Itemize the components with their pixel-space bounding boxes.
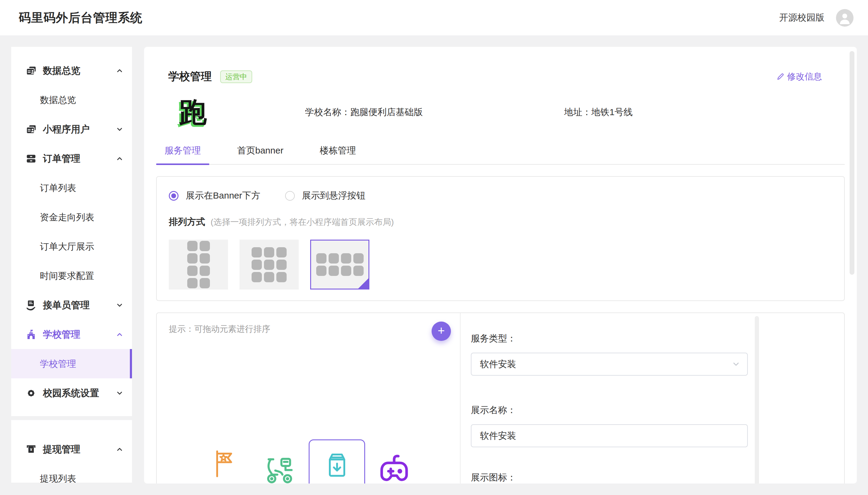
selected-service-frame[interactable] [309, 439, 365, 483]
sidebar-item-miniprogram-users[interactable]: 小程序用户 [11, 115, 132, 144]
chevron-down-icon [116, 125, 124, 133]
person-icon [837, 11, 852, 25]
gear-icon [26, 388, 37, 398]
radio-banner-below[interactable] [169, 191, 178, 201]
sidebar-subitem-funds-flow[interactable]: 资金走向列表 [11, 203, 132, 232]
radio-floating-button-label[interactable]: 展示到悬浮按钮 [302, 189, 366, 202]
display-icon-label: 展示图标： [471, 472, 844, 483]
status-badge: 运营中 [220, 70, 252, 83]
sidebar-spacer [11, 420, 132, 434]
display-name-label: 展示名称： [471, 404, 844, 416]
radio-floating-button[interactable] [285, 191, 295, 201]
layout-option-3col[interactable] [240, 240, 299, 290]
main-content: 学校管理 运营中 修改信息 跑 学校名称：跑腿便利店基础版 地址：地铁1号线 服… [144, 47, 857, 483]
sidebar: 数据总览 数据总览 小程序用户 订单管理 订单列表 资金走向列表 订单大厅展示 … [11, 47, 132, 483]
display-options-section: 展示在Banner下方 展示到悬浮按钮 排列方式 (选择一项排列方式，将在小程序… [156, 176, 845, 301]
layout-option-2col[interactable] [169, 240, 228, 290]
scooter-icon[interactable] [263, 453, 296, 483]
school-name: 学校名称：跑腿便利店基础版 [305, 106, 423, 118]
withdraw-icon [26, 444, 37, 455]
topbar: 码里码外后台管理系统 开源校园版 [0, 0, 868, 35]
school-icon [26, 329, 37, 340]
add-service-button[interactable]: + [431, 322, 451, 341]
grid-3col-preview [252, 247, 287, 282]
grid-4col-preview [316, 253, 364, 276]
tab-bar: 服务管理 首页banner 楼栋管理 [156, 144, 845, 165]
app-title: 码里码外后台管理系统 [19, 10, 143, 26]
layout-option-4col[interactable] [310, 240, 369, 290]
layout-mode-label: 排列方式 [169, 217, 205, 227]
chevron-up-icon [116, 155, 124, 163]
sidebar-subitem-school-management[interactable]: 学校管理 [11, 349, 132, 378]
edit-info-link[interactable]: 修改信息 [776, 71, 822, 83]
sidebar-subitem-withdraw-list[interactable]: 提现列表 [11, 464, 132, 483]
sidebar-item-school-management[interactable]: 学校管理 [11, 320, 132, 349]
gamepad-icon[interactable] [377, 451, 411, 483]
radio-banner-below-label[interactable]: 展示在Banner下方 [186, 189, 260, 202]
chevron-down-icon [116, 301, 124, 309]
box-download-icon [322, 450, 352, 479]
select-caret-icon [731, 360, 741, 369]
chevron-up-icon [116, 445, 124, 453]
sidebar-item-order-management[interactable]: 订单管理 [11, 144, 132, 173]
drag-hint: 提示：可拖动元素进行排序 [169, 323, 460, 335]
service-form-pane: 服务类型： 软件安装 展示名称： 软件安装 展示图标： [461, 313, 844, 483]
drawer-icon [26, 153, 37, 164]
chevron-up-icon [116, 330, 124, 339]
school-logo: 跑 [178, 97, 208, 127]
sidebar-spacer [11, 408, 132, 416]
service-sort-section: 提示：可拖动元素进行排序 + 服务类型： 软件安装 展示名称： 软件安装 展示图… [156, 312, 845, 483]
id-card-icon [26, 65, 37, 76]
form-scrollbar[interactable] [755, 316, 759, 483]
pencil-icon [776, 72, 785, 81]
tab-building-management[interactable]: 楼栋管理 [311, 144, 364, 164]
user-avatar[interactable] [836, 9, 853, 27]
service-type-label: 服务类型： [471, 332, 844, 345]
chevron-down-icon [116, 389, 124, 397]
page-title: 学校管理 [168, 69, 212, 84]
sidebar-subitem-data-overview[interactable]: 数据总览 [11, 85, 132, 115]
hand-document-icon [26, 300, 37, 311]
school-address: 地址：地铁1号线 [564, 106, 633, 118]
service-type-select[interactable]: 软件安装 [471, 353, 748, 376]
tab-home-banner[interactable]: 首页banner [229, 144, 292, 164]
sidebar-subitem-time-config[interactable]: 时间要求配置 [11, 261, 132, 290]
edition-label: 开源校园版 [779, 12, 825, 24]
sidebar-subitem-order-hall[interactable]: 订单大厅展示 [11, 232, 132, 261]
layout-mode-hint: (选择一项排列方式，将在小程序端首页展示布局) [211, 217, 394, 227]
sidebar-item-data-overview[interactable]: 数据总览 [11, 56, 132, 85]
chevron-up-icon [116, 67, 124, 75]
sidebar-item-courier-management[interactable]: 接单员管理 [11, 290, 132, 320]
id-card-icon [26, 124, 37, 135]
sidebar-item-withdraw-management[interactable]: 提现管理 [11, 434, 132, 464]
sidebar-divider [11, 416, 132, 420]
main-scrollbar[interactable] [850, 51, 854, 275]
sidebar-item-campus-settings[interactable]: 校园系统设置 [11, 378, 132, 408]
sidebar-subitem-order-list[interactable]: 订单列表 [11, 173, 132, 203]
display-name-input[interactable]: 软件安装 [471, 424, 748, 447]
tab-service-management[interactable]: 服务管理 [156, 144, 209, 164]
drag-sort-pane: 提示：可拖动元素进行排序 + [157, 313, 461, 483]
flag-icon[interactable] [210, 449, 239, 478]
grid-2col-preview [187, 241, 210, 288]
